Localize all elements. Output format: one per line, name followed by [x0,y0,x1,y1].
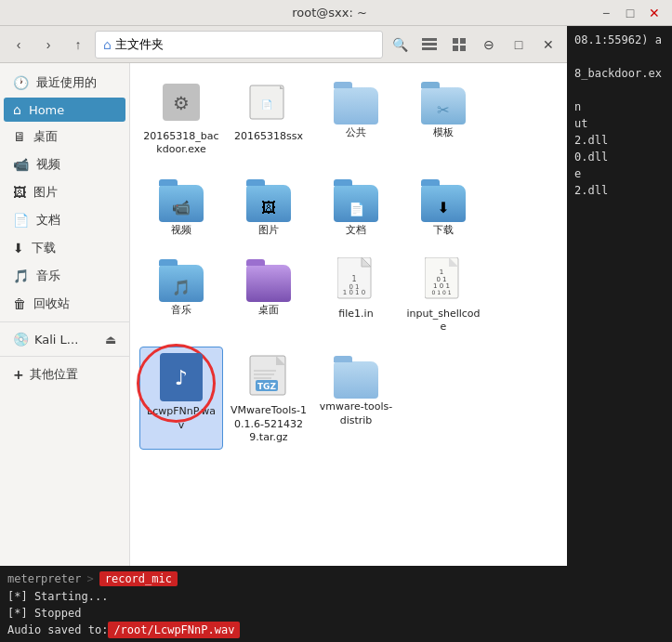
terminal-line-starting: [*] Starting... [7,588,665,605]
downloads-folder-icon: ⬇ [419,176,468,224]
sidebar: 🕐 最近使用的 ⌂ Home 🖥 桌面 📹 视频 [0,63,130,566]
file-item-video-folder[interactable]: 📹 视频 [139,170,223,242]
ssx-icon: 📄 [244,78,293,126]
svg-rect-2 [422,47,437,50]
sidebar-item-other-places[interactable]: + 其他位置 [4,361,125,387]
sidebar-item-kali[interactable]: 💿 Kali L... ⏏ [4,327,125,351]
audio-saved-path: /root/LcwpFNnP.wav [108,622,240,638]
shellcode-icon: 1 0 1 1 0 1 0 1 0 1 [419,255,468,304]
tgz-icon: TGZ [244,352,293,400]
file-label: input_shellcode [405,308,481,334]
list-view-button[interactable] [416,31,442,59]
file-label: 视频 [171,224,191,237]
desktop-folder-icon [244,255,293,304]
sidebar-item-music[interactable]: 🎵 音乐 [4,263,125,289]
file-item-music-folder[interactable]: 🎵 音乐 [139,250,223,340]
file-item-file1in[interactable]: 1 0 1 1 0 1 0 file1.in [314,250,398,340]
terminal-audio-saved-line: Audio saved to: /root/LcwpFNnP.wav [7,622,665,638]
bottom-terminal: meterpreter > record_mic [*] Starting...… [0,566,672,642]
file1in-icon: 1 0 1 1 0 1 0 [332,255,380,304]
search-button[interactable]: 🔍 [387,31,413,59]
breadcrumb-text: 主文件夹 [115,36,164,53]
title-controls: − □ ✕ [596,3,665,23]
file-item-shellcode[interactable]: 1 0 1 1 0 1 0 1 0 1 input_shellcode [402,250,485,340]
parent-button[interactable]: ↑ [65,31,91,59]
sidebar-item-pictures[interactable]: 🖼 图片 [4,179,125,205]
docs-folder-icon: 📄 [332,176,380,224]
recent-icon: 🕐 [13,75,29,90]
file-label: 音乐 [171,304,191,317]
sidebar-label-desktop: 桌面 [33,128,58,145]
sidebar-item-docs[interactable]: 📄 文档 [4,207,125,233]
toolbar-close[interactable]: ✕ [535,31,561,59]
file-label: 文档 [346,224,366,237]
file-item-vmware-tgz[interactable]: TGZ VMwareTools-10.1.6-5214329.tar.gz [227,347,310,450]
terminal-line-1: 08.1:55962) a [574,32,665,48]
sidebar-label-video: 视频 [36,156,60,173]
sidebar-item-downloads[interactable]: ⬇ 下载 [4,235,125,261]
file-area: ⚙ 20165318_backdoor.exe 📄 [130,63,567,566]
downloads-icon: ⬇ [13,241,24,255]
terminal-output: 08.1:55962) a 8_backdoor.ex n ut 2.dll 0… [567,26,672,566]
sidebar-item-home[interactable]: ⌂ Home [4,98,125,122]
file-label: file1.in [338,308,373,321]
sidebar-item-recent[interactable]: 🕐 最近使用的 [4,70,125,96]
terminal-panel: 08.1:55962) a 8_backdoor.ex n ut 2.dll 0… [567,26,672,566]
file-item-backdoor-exe[interactable]: ⚙ 20165318_backdoor.exe [139,72,223,163]
toolbar-restore[interactable]: □ [506,31,532,59]
file-label: 图片 [258,224,279,237]
file-label: 下载 [433,224,454,237]
file-item-wav[interactable]: ♪ LcwpFNnP.wav [139,347,223,450]
file-manager-panel: ‹ › ↑ ⌂ 主文件夹 🔍 [0,26,567,566]
file-item-vmware-distrib[interactable]: vmware-tools-distrib [314,347,398,450]
content-row: ‹ › ↑ ⌂ 主文件夹 🔍 [0,26,672,566]
trash-icon: 🗑 [13,296,26,311]
kali-icon: 💿 [13,332,29,347]
minimize-button[interactable]: − [596,3,616,23]
terminal-prompt-line: meterpreter > record_mic [7,570,665,588]
terminal-line-4: ut [574,115,665,132]
home-icon: ⌂ [103,37,112,52]
close-button[interactable]: ✕ [644,3,665,23]
eject-button[interactable]: ⏏ [105,333,116,347]
window-title: root@sxx: ~ [63,6,596,20]
file-item-ssx[interactable]: 📄 20165318ssx [227,72,310,163]
sidebar-label-pictures: 图片 [33,184,58,201]
svg-text:0 1 0 1: 0 1 0 1 [432,289,452,295]
terminal-line-7: e [574,165,665,182]
file-item-templates[interactable]: ✂ 模板 [402,72,485,163]
file-item-desktop-folder[interactable]: 桌面 [227,250,310,340]
video-icon: 📹 [13,157,29,172]
sidebar-label-recent: 最近使用的 [36,74,97,91]
toolbar-minimize[interactable]: ⊖ [476,31,502,59]
terminal-line-stopped: [*] Stopped [7,605,665,622]
docs-icon: 📄 [13,213,29,228]
grid-view-button[interactable] [446,31,472,59]
other-places-label: 其他位置 [30,366,78,383]
main-layout: 🕐 最近使用的 ⌂ Home 🖥 桌面 📹 视频 [0,63,567,566]
sidebar-item-trash[interactable]: 🗑 回收站 [4,291,125,317]
file-item-downloads-folder[interactable]: ⬇ 下载 [402,170,485,242]
file-label: 20165318_backdoor.exe [143,130,219,157]
back-button[interactable]: ‹ [6,31,32,59]
file-item-pictures-folder[interactable]: 🖼 图片 [227,170,310,242]
sidebar-item-desktop[interactable]: 🖥 桌面 [4,124,125,150]
file-label: 公共 [346,126,366,139]
sidebar-label-music: 音乐 [36,268,60,284]
file-item-docs-folder[interactable]: 📄 文档 [314,170,398,242]
exe-icon: ⚙ [157,78,205,126]
svg-rect-6 [460,46,466,51]
maximize-button[interactable]: □ [620,3,640,23]
terminal-line-8: 2.dll [574,182,665,199]
pictures-icon: 🖼 [13,185,26,200]
sidebar-item-video[interactable]: 📹 视频 [4,151,125,177]
sidebar-label-trash: 回收站 [33,295,70,312]
music-icon: 🎵 [13,269,29,283]
svg-text:1: 1 [351,275,356,283]
svg-text:TGZ: TGZ [257,382,277,391]
sidebar-label-downloads: 下载 [32,240,56,256]
sidebar-label-docs: 文档 [36,212,60,229]
file-label: 20165318ssx [234,130,303,143]
forward-button[interactable]: › [35,31,61,59]
file-item-public[interactable]: 公共 [314,72,398,163]
